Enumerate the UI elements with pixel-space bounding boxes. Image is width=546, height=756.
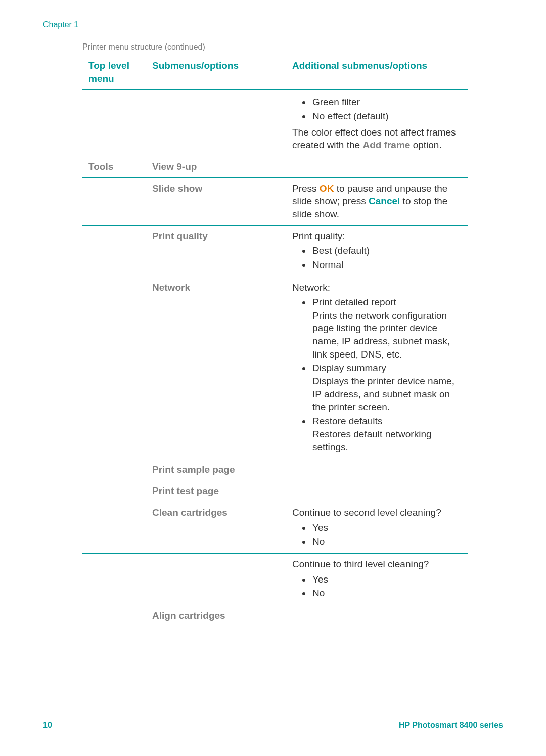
print-sample-label: Print sample page: [152, 464, 235, 475]
list-item: Print detailed report Prints the network…: [311, 296, 463, 361]
slideshow-desc: Press OK to pause and unpause the slide …: [286, 177, 468, 225]
clean-q2: Continue to third level cleaning?: [292, 558, 463, 571]
table-row: Print test page: [82, 480, 468, 502]
view-9up-label: View 9-up: [152, 161, 197, 172]
table-row: Slide show Press OK to pause and unpause…: [82, 177, 468, 225]
clean-cartridges-label: Clean cartridges: [152, 507, 228, 518]
table-caption: Printer menu structure (continued): [82, 41, 503, 53]
print-quality-list: Best (default) Normal: [292, 244, 463, 271]
list-item: Display summary Displays the printer dev…: [311, 362, 463, 414]
table-header-row: Top level menu Submenus/options Addition…: [82, 55, 468, 90]
network-title: Network:: [292, 281, 463, 294]
table-row: Clean cartridges Continue to second leve…: [82, 502, 468, 554]
list-item: No: [311, 535, 463, 548]
clean-q1: Continue to second level cleaning?: [292, 506, 463, 519]
table-row: Tools View 9-up: [82, 156, 468, 178]
header-submenus: Submenus/options: [146, 55, 286, 90]
print-test-label: Print test page: [152, 485, 219, 496]
page-number: 10: [43, 720, 52, 731]
page-footer: 10 HP Photosmart 8400 series: [43, 720, 503, 731]
table-row: Green filter No effect (default) The col…: [82, 90, 468, 156]
tools-label: Tools: [88, 161, 113, 172]
table-row: Print sample page: [82, 459, 468, 480]
clean-q1-list: Yes No: [292, 521, 463, 548]
list-item: Yes: [311, 521, 463, 535]
menu-structure-table: Top level menu Submenus/options Addition…: [82, 55, 468, 627]
list-item: Green filter: [311, 96, 463, 109]
table-row: Print quality Print quality: Best (defau…: [82, 225, 468, 277]
list-item: No: [311, 587, 463, 600]
header-additional: Additional submenus/options: [286, 55, 468, 90]
list-item: No effect (default): [311, 110, 463, 123]
network-label: Network: [152, 282, 190, 293]
product-name: HP Photosmart 8400 series: [399, 720, 503, 731]
list-item: Restore defaults Restores default networ…: [311, 415, 463, 454]
table-row: Align cartridges: [82, 605, 468, 627]
list-item: Yes: [311, 573, 463, 586]
header-top-level-menu: Top level menu: [82, 55, 146, 90]
table-row: Network Network: Print detailed report P…: [82, 277, 468, 459]
list-item: Best (default): [311, 244, 463, 257]
list-item: Normal: [311, 258, 463, 272]
chapter-label: Chapter 1: [43, 19, 503, 30]
align-cartridges-label: Align cartridges: [152, 610, 225, 621]
network-list: Print detailed report Prints the network…: [292, 296, 463, 454]
slideshow-label: Slide show: [152, 183, 202, 194]
color-effect-note: The color effect does not affect frames …: [292, 126, 463, 152]
print-quality-title: Print quality:: [292, 230, 463, 243]
color-effect-list: Green filter No effect (default): [292, 96, 463, 122]
table-row: Continue to third level cleaning? Yes No: [82, 554, 468, 605]
clean-q2-list: Yes No: [292, 573, 463, 600]
print-quality-label: Print quality: [152, 231, 208, 241]
